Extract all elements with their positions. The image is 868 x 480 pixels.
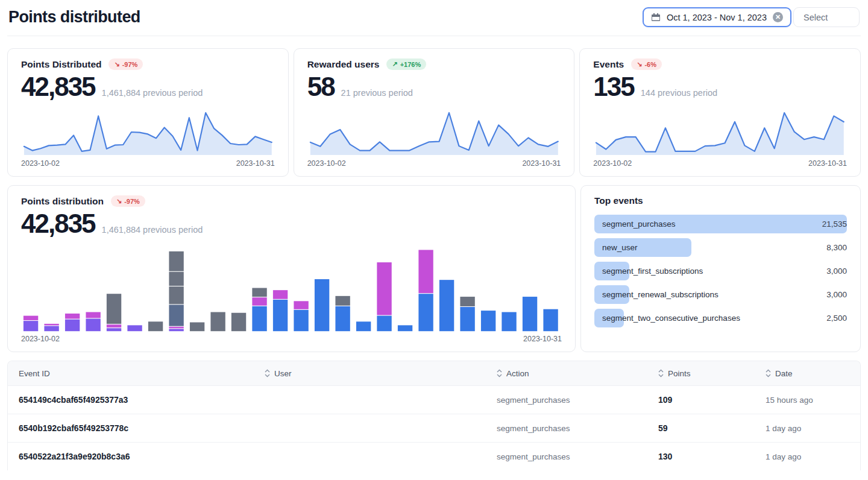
stat-card-title: Points Distributed [21,59,101,70]
chart-end-date: 2023-10-31 [236,159,275,168]
action-cell: segment_purchases [486,452,647,461]
stat-card-title: Events [593,59,624,70]
trend-badge: ↘ -97% [108,58,143,70]
column-header-event-id[interactable]: Event ID [8,369,254,378]
date-cell: 1 day ago [755,452,860,461]
trend-badge-value: -97% [122,61,138,68]
top-events-title: Top events [594,195,847,206]
stat-card-points-distributed: Points Distributed ↘ -97% 42,835 1,461,8… [7,48,289,177]
trend-down-icon: ↘ [637,60,642,68]
table-header-row: Event ID User Action Points Date [8,361,860,385]
header-controls: Oct 1, 2023 - Nov 1, 2023 ✕ Select [643,7,860,27]
column-label: Points [668,369,691,378]
stat-value: 135 [593,73,634,101]
chart-start-date: 2023-10-02 [593,159,632,168]
top-event-row: segment_two_consecutive_purchases2,500 [594,309,847,327]
top-event-row: new_user8,300 [594,238,847,257]
rewarded-users-sparkline-chart [307,108,561,157]
points-distribution-stacked-bar-chart [21,244,562,333]
sort-icon [766,369,771,377]
distribution-card-title: Points distribution [21,196,104,207]
action-cell: segment_purchases [486,396,647,405]
table-body: 654149c4cbaf65f4925377a3segment_purchase… [8,385,860,470]
sort-icon [265,369,270,377]
column-header-date[interactable]: Date [755,369,860,378]
column-label: Date [775,369,793,378]
column-label: Action [506,369,529,378]
date-range-picker[interactable]: Oct 1, 2023 - Nov 1, 2023 ✕ [643,7,791,27]
top-event-row: segment_first_subscriptions3,000 [594,262,847,280]
top-event-value: 3,000 [826,267,847,276]
chart-start-date: 2023-10-02 [21,335,60,343]
column-label: Event ID [19,369,50,378]
middle-row: Points distribution ↘ -97% 42,835 1,461,… [7,185,861,352]
top-event-value: 21,535 [822,219,847,229]
select-dropdown[interactable]: Select [793,7,860,27]
sort-icon [497,369,502,377]
table-row[interactable]: 6540522a21f3a9e920b8c3a6segment_purchase… [8,442,860,470]
trend-badge-value: -6% [644,61,656,68]
previous-period-value: 21 previous period [341,88,413,98]
trend-badge-value: -97% [124,198,140,205]
stat-value: 58 [307,73,335,101]
previous-period-value: 144 previous period [641,88,717,98]
trend-badge-value: +176% [400,61,421,68]
date-range-value: Oct 1, 2023 - Nov 1, 2023 [667,13,767,22]
top-event-row: segment_purchases21,535 [594,215,847,233]
stat-card-rewarded-users: Rewarded users ↗ +176% 58 21 previous pe… [294,48,575,177]
sort-icon [658,369,664,377]
column-header-action[interactable]: Action [486,369,647,378]
trend-badge: ↘ -97% [111,195,145,207]
column-header-points[interactable]: Points [647,369,755,378]
date-cell: 1 day ago [755,424,860,433]
column-header-user[interactable]: User [254,369,486,378]
top-event-row: segment_renewal_subscriptions3,000 [594,285,847,304]
chart-end-date: 2023-10-31 [523,335,562,343]
table-row[interactable]: 6540b192cbaf65f49253778csegment_purchase… [8,414,860,442]
date-cell: 15 hours ago [755,396,860,405]
table-row[interactable]: 654149c4cbaf65f4925377a3segment_purchase… [8,385,860,414]
top-event-label: segment_two_consecutive_purchases [594,314,740,323]
stat-value: 42,835 [21,73,95,101]
stat-cards-row: Points Distributed ↘ -97% 42,835 1,461,8… [7,48,861,177]
action-cell: segment_purchases [486,424,647,433]
top-event-label: segment_renewal_subscriptions [594,290,719,299]
top-bar: Points distributed Oct 1, 2023 - Nov 1, … [7,0,861,36]
page-title: Points distributed [8,8,140,27]
select-dropdown-label: Select [804,13,828,22]
trend-up-icon: ↗ [392,60,397,68]
top-event-label: segment_purchases [594,219,676,229]
trend-down-icon: ↘ [116,197,122,205]
trend-down-icon: ↘ [114,60,119,68]
top-event-value: 3,000 [826,290,847,299]
column-label: User [274,369,292,378]
event-id-cell: 6540522a21f3a9e920b8c3a6 [8,452,254,461]
points-distribution-card: Points distribution ↘ -97% 42,835 1,461,… [7,185,576,352]
previous-period-value: 1,461,884 previous period [102,88,203,98]
top-event-value: 2,500 [826,314,847,323]
stat-card-title: Rewarded users [307,59,380,70]
events-table: Event ID User Action Points Date 654149c… [7,361,861,470]
chart-start-date: 2023-10-02 [21,159,60,168]
points-cell: 130 [647,452,755,461]
event-id-cell: 654149c4cbaf65f4925377a3 [8,395,254,405]
trend-badge: ↗ +176% [386,58,426,70]
events-sparkline-chart [593,108,847,157]
chart-end-date: 2023-10-31 [522,159,561,168]
chart-start-date: 2023-10-02 [307,159,346,168]
clear-date-icon[interactable]: ✕ [773,12,783,22]
trend-badge: ↘ -6% [631,58,662,70]
top-events-card: Top events segment_purchases21,535new_us… [580,185,861,352]
stat-value: 42,835 [21,210,95,238]
top-event-label: new_user [594,243,638,252]
top-events-list: segment_purchases21,535new_user8,300segm… [594,215,847,327]
points-distributed-sparkline-chart [21,108,275,157]
stat-card-events: Events ↘ -6% 135 144 previous period 202… [579,48,861,177]
points-cell: 109 [647,395,755,405]
chart-end-date: 2023-10-31 [808,159,847,168]
points-cell: 59 [647,423,755,433]
dashboard-page: Points distributed Oct 1, 2023 - Nov 1, … [0,0,868,470]
calendar-icon [651,13,661,22]
event-id-cell: 6540b192cbaf65f49253778c [8,423,254,433]
top-event-value: 8,300 [826,243,847,252]
